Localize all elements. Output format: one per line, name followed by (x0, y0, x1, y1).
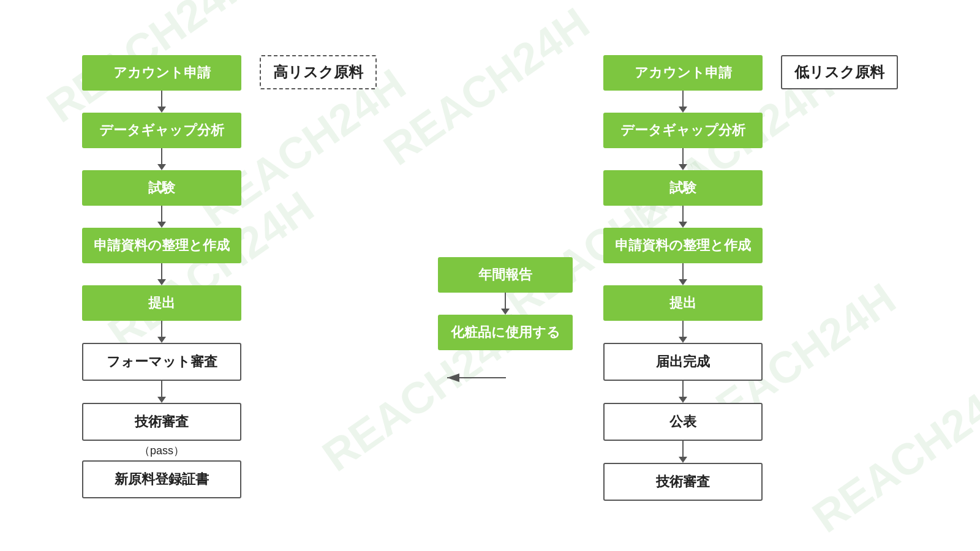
left-step-4: 申請資料の整理と作成 (82, 228, 241, 263)
left-step-5: 提出 (82, 285, 241, 321)
left-label: 高リスク原料 (260, 55, 377, 89)
middle-column: 年間報告 化粧品に使用する (438, 257, 573, 350)
right-arrow-5 (679, 321, 687, 343)
right-arrow-3 (679, 206, 687, 228)
left-step-1: アカウント申請 (82, 55, 241, 91)
left-label-col: 高リスク原料 (260, 24, 377, 89)
right-step-2: データギャップ分析 (603, 113, 763, 148)
left-flow-column: アカウント申請 データギャップ分析 試験 申請資料の整理と作成 提出 フォーマッ… (82, 55, 241, 498)
right-step-8: 技術審査 (603, 463, 763, 501)
right-diagram: アカウント申請 データギャップ分析 試験 申請資料の整理と作成 提出 届出完成 … (603, 24, 898, 501)
right-step-6: 届出完成 (603, 343, 763, 381)
left-step-3: 試験 (82, 170, 241, 206)
arrow-6 (157, 381, 166, 403)
right-step-4: 申請資料の整理と作成 (603, 228, 763, 263)
middle-step-2: 化粧品に使用する (438, 315, 573, 350)
right-step-1: アカウント申請 (603, 55, 763, 91)
left-subtext: （pass） (139, 441, 184, 460)
right-arrow-7 (679, 441, 687, 463)
left-step-8: 新原料登録証書 (82, 460, 241, 498)
middle-arrow (501, 293, 510, 315)
right-label-col: 低リスク原料 (781, 24, 898, 89)
middle-step-1: 年間報告 (438, 257, 573, 293)
right-arrow-6 (679, 381, 687, 403)
right-arrow-2 (679, 148, 687, 170)
arrow-5 (157, 321, 166, 343)
right-arrow-4 (679, 263, 687, 285)
left-diagram: アカウント申請 データギャップ分析 試験 申請資料の整理と作成 提出 フォーマッ… (82, 24, 377, 498)
left-step-6: フォーマット審査 (82, 343, 241, 381)
right-flow-column: アカウント申請 データギャップ分析 試験 申請資料の整理と作成 提出 届出完成 … (603, 55, 763, 501)
left-step-7: 技術審査 (82, 403, 241, 441)
right-step-7: 公表 (603, 403, 763, 441)
right-arrow-1 (679, 91, 687, 113)
arrow-3 (157, 206, 166, 228)
left-step-2: データギャップ分析 (82, 113, 241, 148)
right-label: 低リスク原料 (781, 55, 898, 89)
right-step-3: 試験 (603, 170, 763, 206)
arrow-1 (157, 91, 166, 113)
main-layout: アカウント申請 データギャップ分析 試験 申請資料の整理と作成 提出 フォーマッ… (0, 0, 980, 513)
arrow-2 (157, 148, 166, 170)
arrow-4 (157, 263, 166, 285)
right-step-5: 提出 (603, 285, 763, 321)
